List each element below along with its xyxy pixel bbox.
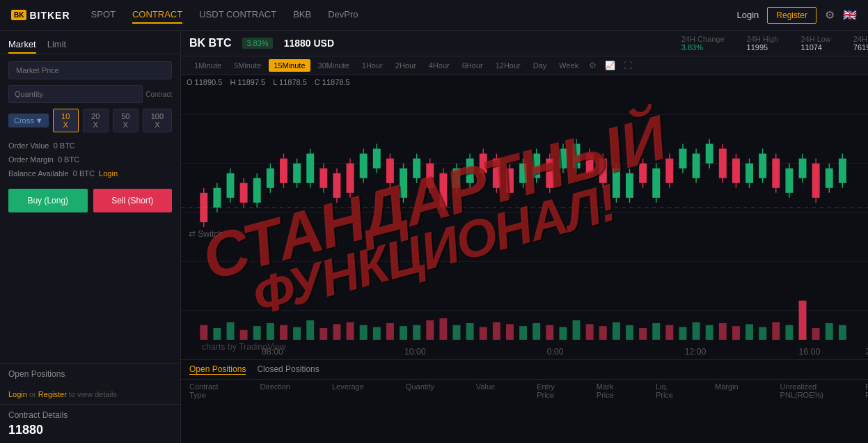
order-value: 0 BTC — [54, 141, 75, 150]
col-value: Value — [476, 382, 495, 399]
svg-rect-120 — [373, 327, 381, 340]
nav-right: Login Register ⚙ 🇬🇧 — [737, 7, 858, 24]
register-link[interactable]: Register — [38, 390, 67, 398]
svg-rect-114 — [293, 327, 301, 340]
trading-pair: BK BTC — [189, 37, 231, 49]
timeframe-15min[interactable]: 15Minute — [269, 59, 310, 72]
svg-rect-122 — [400, 326, 407, 340]
contract-price: 11880 — [8, 423, 172, 437]
buy-long-button[interactable]: Buy (Long) — [8, 189, 88, 212]
buy-sell-row: Buy (Long) Sell (Short) — [8, 189, 172, 212]
timeframe-2hour[interactable]: 2Hour — [390, 59, 421, 72]
center-panel: BK BTC 3.83% 11880 USD 24H Change 3.83% … — [181, 31, 868, 443]
svg-rect-131 — [519, 326, 527, 340]
language-selector[interactable]: 🇬🇧 — [843, 8, 857, 22]
svg-text:12:00: 12:00 — [685, 347, 707, 357]
register-button[interactable]: Register — [767, 7, 816, 24]
leverage-10x[interactable]: 10 X — [53, 109, 79, 132]
svg-rect-137 — [799, 301, 807, 340]
svg-rect-108 — [213, 328, 221, 340]
sell-short-button[interactable]: Sell (Short) — [93, 189, 173, 212]
leverage-50x[interactable]: 50 X — [113, 109, 139, 132]
svg-rect-134 — [559, 327, 567, 340]
positions-tabs: Open Positions Closed Positions — [181, 360, 868, 380]
tab-open-positions[interactable]: Open Positions — [189, 364, 246, 375]
top-navigation: BK BITKER SPOT CONTRACT USDT CONTRACT BK… — [0, 0, 868, 31]
candle-low: L 11878.5 — [273, 78, 307, 86]
tab-market[interactable]: Market — [8, 36, 36, 54]
svg-rect-149 — [745, 324, 753, 340]
logo[interactable]: BK BITKER — [11, 10, 70, 21]
nav-contract[interactable]: CONTRACT — [132, 6, 182, 24]
timeframe-4hour[interactable]: 4Hour — [424, 59, 455, 72]
svg-rect-107 — [200, 325, 207, 340]
svg-rect-125 — [439, 318, 447, 340]
svg-rect-119 — [360, 325, 368, 340]
cross-button[interactable]: Cross ▼ — [8, 114, 49, 127]
volume-label: 24H Volume — [853, 35, 868, 43]
leverage-20x[interactable]: 20 X — [83, 109, 109, 132]
candle-ohlc: O 11890.5 H 11897.5 L 11878.5 C 11878.5 — [187, 78, 350, 86]
low-label: 24H Low — [800, 35, 830, 43]
col-liq-price: Liq. Price — [656, 382, 673, 399]
col-leverage: Leverage — [332, 382, 364, 399]
svg-rect-154 — [826, 323, 833, 340]
timeframe-week[interactable]: Week — [554, 59, 583, 72]
timeframe-6hour[interactable]: 6Hour — [457, 59, 488, 72]
nav-devpro[interactable]: DevPro — [328, 6, 358, 24]
change-label: 24H Change — [681, 35, 725, 43]
leverage-100x[interactable]: 100 X — [143, 109, 172, 132]
timeframe-12hour[interactable]: 12Hour — [491, 59, 526, 72]
nav-bkb[interactable]: BKB — [293, 6, 311, 24]
timeframe-30min[interactable]: 30Minute — [313, 59, 354, 72]
svg-rect-135 — [573, 320, 581, 340]
svg-rect-112 — [267, 323, 274, 340]
nav-items: SPOT CONTRACT USDT CONTRACT BKB DevPro — [91, 6, 737, 24]
svg-rect-116 — [319, 328, 327, 340]
svg-rect-132 — [532, 323, 540, 340]
stat-24h-high: 24H High 11995 — [747, 35, 779, 52]
chart-header: BK BTC 3.83% 11880 USD 24H Change 3.83% … — [181, 31, 868, 56]
settings-icon[interactable]: ⚙ — [825, 8, 835, 22]
timeframe-5min[interactable]: 5Minute — [229, 59, 266, 72]
svg-rect-138 — [599, 326, 607, 340]
quantity-row: Contract — [8, 85, 172, 103]
svg-rect-152 — [785, 325, 793, 340]
open-positions-label: Open Positions — [0, 363, 180, 384]
timeframe-1hour[interactable]: 1Hour — [357, 59, 388, 72]
svg-rect-144 — [679, 327, 687, 340]
svg-rect-139 — [613, 322, 620, 340]
col-direction: Direction — [260, 382, 290, 399]
view-note: to view details — [69, 390, 117, 398]
timeframe-day[interactable]: Day — [528, 59, 552, 72]
svg-rect-130 — [506, 324, 514, 340]
nav-spot[interactable]: SPOT — [91, 6, 116, 24]
market-price-input[interactable] — [8, 61, 172, 79]
leverage-row: Cross ▼ 10 X 20 X 50 X 100 X — [8, 109, 172, 132]
tab-closed-positions[interactable]: Closed Positions — [257, 364, 319, 375]
svg-rect-151 — [772, 322, 780, 340]
tab-limit[interactable]: Limit — [47, 36, 66, 54]
timeframe-1min[interactable]: 1Minute — [189, 59, 226, 72]
quantity-input[interactable] — [8, 85, 143, 103]
candle-high: H 11897.5 — [230, 78, 265, 86]
chart-toolbar: 1Minute 5Minute 15Minute 30Minute 1Hour … — [181, 56, 868, 75]
svg-rect-141 — [639, 328, 647, 340]
positions-table-header: Contract Type Direction Leverage Quantit… — [181, 380, 868, 402]
svg-rect-153 — [812, 328, 820, 340]
login-button[interactable]: Login — [737, 10, 759, 20]
col-mark-price: Mark Price — [597, 382, 614, 399]
nav-usdt-contract[interactable]: USDT CONTRACT — [199, 6, 276, 24]
svg-text:⇄ Switch: ⇄ Switch — [189, 229, 223, 239]
balance-value: 0 BTC — [73, 169, 95, 178]
svg-rect-126 — [453, 325, 461, 340]
order-margin: 0 BTC — [58, 155, 79, 164]
svg-text:0:00: 0:00 — [547, 347, 564, 357]
balance-label: Balance Available — [8, 169, 69, 178]
login-link-order[interactable]: Login — [99, 169, 118, 178]
col-unrealized-pnl: Unrealized PNL(ROE%) — [780, 382, 823, 399]
candle-open: O 11890.5 — [187, 78, 222, 86]
login-link[interactable]: Login — [8, 390, 27, 398]
col-quantity: Quantity — [406, 382, 434, 399]
svg-rect-146 — [706, 325, 713, 340]
